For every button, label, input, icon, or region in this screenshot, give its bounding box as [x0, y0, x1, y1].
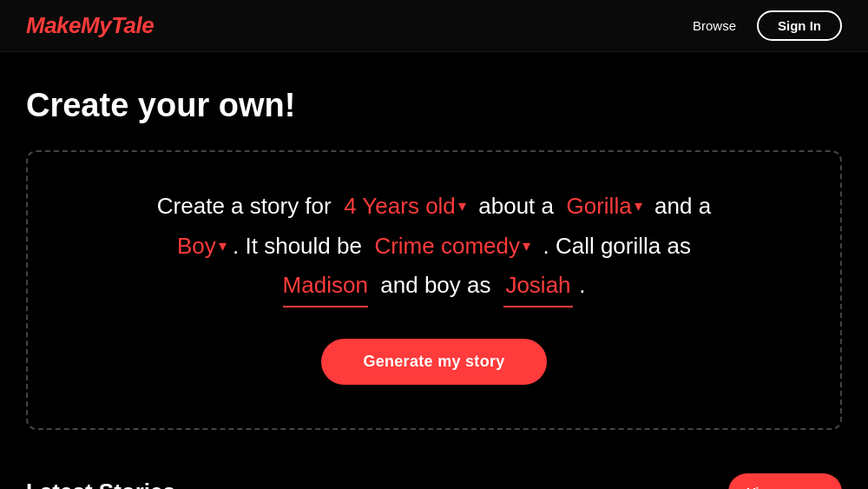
- prefix-text: Create a story for: [157, 193, 332, 219]
- logo: MakeMyTale: [26, 12, 154, 39]
- connector5-text: and boy as: [380, 272, 490, 298]
- connector1-text: about a: [478, 193, 554, 219]
- story-builder: Create a story for 4 Years old about a G…: [26, 150, 842, 430]
- latest-stories-header: Latest Stories View more: [0, 447, 868, 490]
- boy-name-input[interactable]: Josiah: [503, 266, 573, 307]
- generate-button-wrap: Generate my story: [71, 339, 797, 385]
- connector4-text: . Call gorilla as: [542, 233, 691, 259]
- age-dropdown[interactable]: 4 Years old: [344, 187, 466, 227]
- browse-link[interactable]: Browse: [693, 18, 736, 33]
- generate-button[interactable]: Generate my story: [321, 339, 546, 385]
- page-title: Create your own!: [26, 87, 842, 124]
- latest-stories-title: Latest Stories: [26, 479, 175, 490]
- view-more-button[interactable]: View more: [728, 473, 842, 490]
- logo-italic: My: [81, 12, 111, 38]
- nav-right: Browse Sign In: [693, 10, 842, 41]
- logo-white: Make: [26, 12, 81, 38]
- logo-red: Tale: [111, 12, 154, 38]
- story-sentence: Create a story for 4 Years old about a G…: [71, 187, 797, 307]
- navbar: MakeMyTale Browse Sign In: [0, 0, 868, 52]
- genre-dropdown[interactable]: Crime comedy: [374, 227, 530, 267]
- character-dropdown[interactable]: Boy: [177, 227, 227, 267]
- connector6-text: .: [579, 272, 585, 298]
- hero-section: Create your own! Create a story for 4 Ye…: [0, 52, 868, 447]
- connector2-text: and a: [654, 193, 711, 219]
- animal-dropdown[interactable]: Gorilla: [566, 187, 641, 227]
- gorilla-name-input[interactable]: Madison: [283, 266, 368, 307]
- connector3-text: . It should be: [233, 233, 362, 259]
- signin-button[interactable]: Sign In: [757, 10, 842, 41]
